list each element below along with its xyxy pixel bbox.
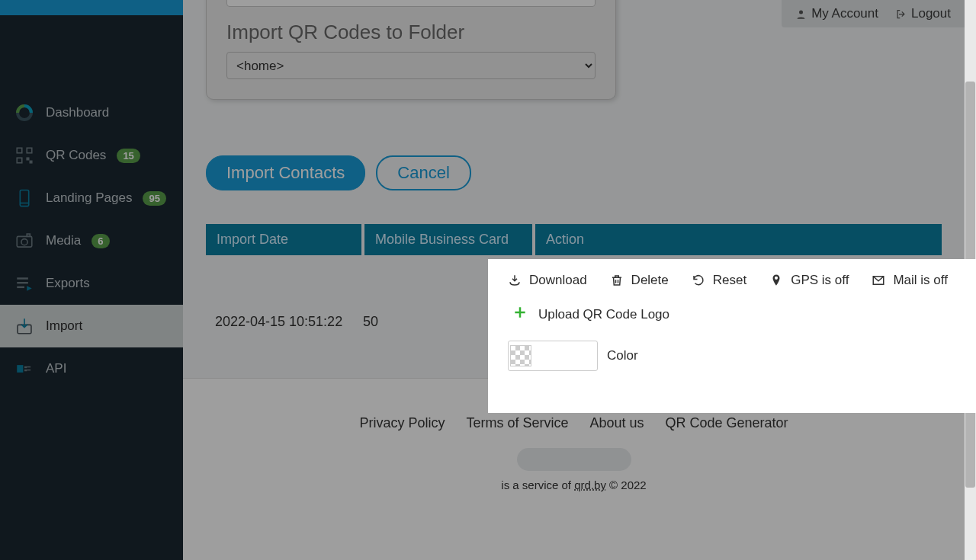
upload-logo-label: Upload QR Code Logo <box>538 307 669 322</box>
download-label: Download <box>529 273 587 288</box>
pin-icon <box>769 274 783 287</box>
undo-icon <box>692 274 705 287</box>
delete-label: Delete <box>631 273 669 288</box>
gps-label: GPS is off <box>791 273 849 288</box>
delete-action[interactable]: Delete <box>610 273 669 288</box>
color-row: Color <box>508 341 960 371</box>
trash-icon <box>610 274 624 287</box>
mail-icon <box>872 274 885 287</box>
plus-icon <box>512 305 528 324</box>
upload-logo-action[interactable]: Upload QR Code Logo <box>512 305 960 324</box>
reset-label: Reset <box>713 273 746 288</box>
mail-action[interactable]: Mail is off <box>872 273 948 288</box>
download-action[interactable]: Download <box>508 273 587 288</box>
color-label: Color <box>607 348 638 363</box>
transparency-swatch-icon <box>510 345 531 366</box>
row-actions-popover: Download Delete Reset GPS is off Mail is… <box>488 259 976 413</box>
color-picker[interactable] <box>508 341 598 371</box>
mail-label: Mail is off <box>893 273 948 288</box>
download-icon <box>508 274 522 287</box>
reset-action[interactable]: Reset <box>692 273 746 288</box>
gps-action[interactable]: GPS is off <box>769 273 849 288</box>
